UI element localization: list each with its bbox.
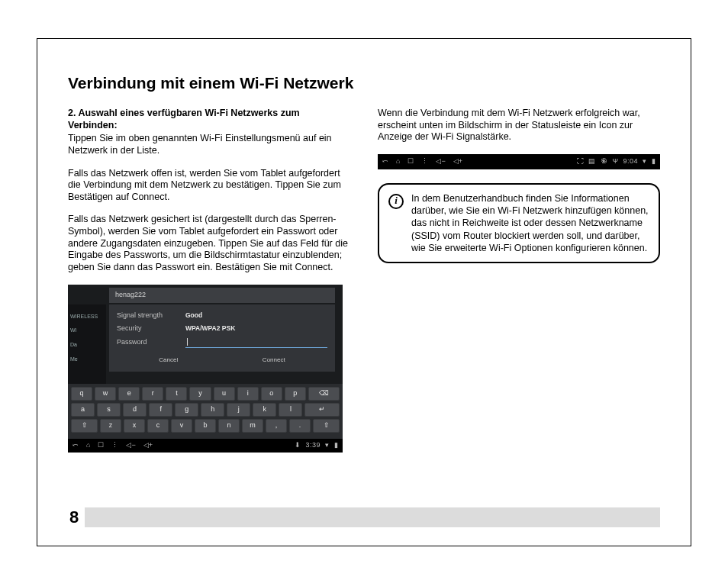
- key-a[interactable]: a: [71, 403, 95, 417]
- key-x[interactable]: x: [124, 419, 145, 433]
- on-screen-keyboard: qwertyuiop⌫ asdfghjkl↵ ⇧zxcvbnm,.⇧: [68, 384, 343, 439]
- key-r[interactable]: r: [142, 387, 163, 401]
- right-column: Wenn die Verbindung mit dem Wi-Fi Netzwe…: [378, 108, 660, 453]
- home-icon[interactable]: ⌂: [86, 441, 90, 449]
- key-g[interactable]: g: [175, 403, 198, 417]
- password-label: Password: [117, 338, 172, 346]
- vol-up-icon[interactable]: ◁+: [453, 157, 462, 166]
- key-z[interactable]: z: [100, 419, 121, 433]
- key-j[interactable]: j: [227, 403, 250, 417]
- page-number: 8: [68, 507, 85, 527]
- download-icon: ⬇: [295, 441, 301, 449]
- android-icon: ֎: [601, 157, 608, 166]
- wifi-password-screenshot: WIRELESS Wi Da Me henag222 Signal streng…: [68, 285, 343, 453]
- menu-icon[interactable]: ⋮: [111, 441, 118, 449]
- key-b[interactable]: b: [195, 419, 216, 433]
- key-i[interactable]: i: [237, 387, 259, 401]
- wifi-icon: ▾: [643, 157, 647, 166]
- recent-icon[interactable]: ☐: [407, 157, 414, 166]
- security-value: WPA/WPA2 PSK: [185, 324, 235, 333]
- sidebar-label-wifi: Wi: [70, 327, 106, 334]
- key-o[interactable]: o: [261, 387, 282, 401]
- sidebar-label-da: Da: [70, 342, 106, 349]
- right-paragraph-1: Wenn die Verbindung mit dem Wi-Fi Netzwe…: [378, 108, 660, 143]
- info-text: In dem Benutzerhandbuch finden Sie Infor…: [411, 192, 649, 254]
- signal-strength-label: Signal strength: [117, 311, 172, 320]
- key-s[interactable]: s: [97, 403, 121, 417]
- clock-text: 9:04: [623, 157, 638, 166]
- key-.[interactable]: .: [289, 419, 311, 433]
- key-⇧[interactable]: ⇧: [71, 419, 98, 433]
- page-number-bar: 8: [68, 507, 660, 527]
- vol-down-icon[interactable]: ◁−: [436, 157, 445, 166]
- battery-icon: ▮: [652, 157, 656, 166]
- info-icon: i: [388, 194, 404, 209]
- recent-icon[interactable]: ☐: [98, 441, 104, 449]
- clock-text: 3:39: [305, 441, 321, 449]
- password-input[interactable]: [185, 337, 327, 348]
- page-title: Verbindung mit einem Wi-Fi Netzwerk: [68, 74, 660, 92]
- connect-button[interactable]: Connect: [263, 356, 285, 364]
- left-paragraph-1: Tippen Sie im oben genannten Wi-Fi Einst…: [68, 133, 350, 156]
- key-⌫[interactable]: ⌫: [308, 387, 340, 401]
- vol-up-icon[interactable]: ◁+: [143, 441, 153, 449]
- back-icon[interactable]: ⤺: [382, 157, 388, 166]
- wifi-dialog: Signal strength Good Security WPA/WPA2 P…: [109, 304, 335, 372]
- security-label: Security: [117, 324, 172, 333]
- key-⇧[interactable]: ⇧: [313, 419, 340, 433]
- key-d[interactable]: d: [123, 403, 147, 417]
- key-p[interactable]: p: [285, 387, 306, 401]
- sidebar-label-me: Me: [70, 356, 106, 363]
- key-q[interactable]: q: [71, 387, 92, 401]
- menu-icon[interactable]: ⋮: [421, 157, 428, 166]
- key-f[interactable]: f: [149, 403, 172, 417]
- key-h[interactable]: h: [201, 403, 224, 417]
- key-y[interactable]: y: [189, 387, 211, 401]
- dialog-title: henag222: [109, 288, 335, 303]
- vol-down-icon[interactable]: ◁−: [126, 441, 135, 449]
- cancel-button[interactable]: Cancel: [159, 356, 178, 364]
- android-navbar: ⤺ ⌂ ☐ ⋮ ◁− ◁+ ⬇ 3:39 ▾ ▮: [68, 439, 343, 453]
- key-u[interactable]: u: [214, 387, 235, 401]
- signal-strength-value: Good: [185, 311, 202, 320]
- key-v[interactable]: v: [171, 419, 192, 433]
- key-m[interactable]: m: [242, 419, 263, 433]
- key-,[interactable]: ,: [266, 419, 287, 433]
- key-l[interactable]: l: [279, 403, 302, 417]
- left-column: 2. Auswahl eines verfügbaren Wi-Fi Netzw…: [68, 108, 350, 453]
- left-paragraph-3: Falls das Netzwerk gesichert ist (darges…: [68, 214, 350, 273]
- back-icon[interactable]: ⤺: [72, 441, 79, 449]
- left-paragraph-2: Falls das Netzwerk offen ist, werden Sie…: [68, 168, 350, 204]
- sd-icon: ▤: [588, 157, 596, 166]
- key-k[interactable]: k: [253, 403, 276, 417]
- expand-icon: ⛶: [577, 157, 585, 166]
- info-callout: i In dem Benutzerhandbuch finden Sie Inf…: [378, 183, 660, 263]
- key-↵[interactable]: ↵: [304, 403, 340, 417]
- step-2-heading: 2. Auswahl eines verfügbaren Wi-Fi Netzw…: [68, 108, 350, 131]
- usb-icon: Ψ: [612, 157, 618, 166]
- battery-icon: ▮: [334, 441, 339, 449]
- home-icon[interactable]: ⌂: [396, 157, 400, 166]
- wifi-icon: ▾: [325, 441, 330, 449]
- key-t[interactable]: t: [166, 387, 187, 401]
- key-c[interactable]: c: [147, 419, 169, 433]
- two-column-layout: 2. Auswahl eines verfügbaren Wi-Fi Netzw…: [68, 108, 660, 453]
- status-bar-screenshot: ⤺ ⌂ ☐ ⋮ ◁− ◁+ ⛶ ▤ ֎ Ψ 9:04 ▾ ▮: [378, 154, 660, 169]
- key-w[interactable]: w: [95, 387, 116, 401]
- key-n[interactable]: n: [218, 419, 240, 433]
- page-frame: Verbindung mit einem Wi-Fi Netzwerk 2. A…: [37, 38, 691, 546]
- key-e[interactable]: e: [118, 387, 140, 401]
- sidebar-label-wireless: WIRELESS: [70, 314, 106, 320]
